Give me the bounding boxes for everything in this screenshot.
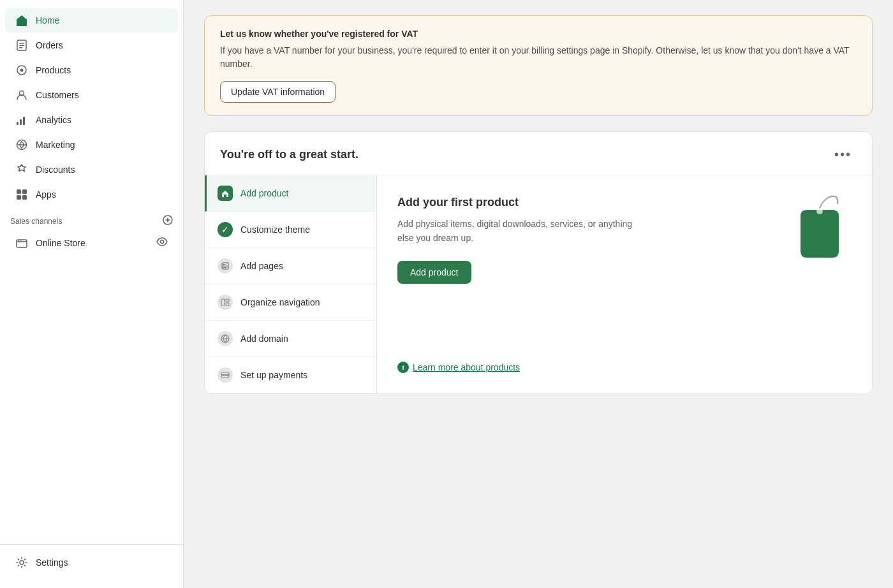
svg-point-35 <box>816 208 823 214</box>
learn-more-row: i Learn more about products <box>397 362 520 373</box>
svg-rect-0 <box>20 21 24 26</box>
sidebar-item-apps[interactable]: Apps <box>5 182 178 207</box>
add-pages-icon <box>218 258 233 274</box>
apps-icon <box>15 188 28 201</box>
svg-point-6 <box>20 69 24 72</box>
svg-rect-28 <box>221 299 225 305</box>
checklist-item-customize-theme[interactable]: ✓ Customize theme <box>205 212 376 248</box>
svg-rect-10 <box>23 117 25 125</box>
sidebar: Home Orders Products <box>0 0 184 588</box>
sidebar-item-orders-label: Orders <box>36 40 63 50</box>
svg-rect-30 <box>226 303 229 305</box>
svg-point-20 <box>18 240 19 241</box>
checklist-item-customize-theme-label: Customize theme <box>240 224 310 235</box>
marketing-icon <box>15 138 28 151</box>
customers-icon <box>15 89 28 101</box>
organize-nav-icon <box>218 295 233 310</box>
analytics-icon <box>15 114 28 126</box>
sidebar-item-discounts[interactable]: Discounts <box>5 158 178 182</box>
svg-rect-8 <box>17 122 18 125</box>
great-start-title: You're off to a great start. <box>220 148 358 161</box>
svg-rect-29 <box>226 299 229 302</box>
checklist-item-set-up-payments-label: Set up payments <box>240 370 307 380</box>
checklist-item-add-product[interactable]: Add product <box>205 175 376 212</box>
sidebar-item-home-label: Home <box>36 15 59 26</box>
online-store-label: Online Store <box>36 238 85 248</box>
products-icon <box>15 64 28 77</box>
online-store-eye-icon[interactable] <box>156 236 168 249</box>
add-domain-icon <box>218 331 233 346</box>
vat-banner: Let us know whether you've registered fo… <box>204 15 873 116</box>
sidebar-item-discounts-label: Discounts <box>36 165 75 175</box>
svg-rect-17 <box>22 195 27 200</box>
sidebar-item-marketing-label: Marketing <box>36 140 75 150</box>
checklist-item-add-domain-label: Add domain <box>240 334 288 344</box>
checklist-item-add-pages-label: Add pages <box>240 261 283 271</box>
svg-rect-2 <box>19 43 24 44</box>
main-content: Let us know whether you've registered fo… <box>184 0 893 588</box>
online-store-icon <box>15 237 28 249</box>
settings-icon <box>15 556 28 569</box>
sidebar-item-customers[interactable]: Customers <box>5 83 178 107</box>
sidebar-item-analytics[interactable]: Analytics <box>5 108 178 132</box>
svg-rect-27 <box>223 267 226 268</box>
learn-more-link[interactable]: Learn more about products <box>413 362 520 372</box>
update-vat-button[interactable]: Update VAT information <box>220 81 336 103</box>
svg-rect-34 <box>221 374 229 376</box>
svg-rect-15 <box>22 189 27 194</box>
sidebar-item-settings-label: Settings <box>36 557 68 568</box>
vat-banner-description: If you have a VAT number for your busine… <box>220 44 857 71</box>
checklist-item-add-pages[interactable]: Add pages <box>205 248 376 284</box>
svg-rect-4 <box>19 47 22 48</box>
checklist-item-organize-navigation[interactable]: Organize navigation <box>205 284 376 321</box>
info-icon: i <box>397 362 409 373</box>
svg-rect-3 <box>19 45 24 47</box>
svg-rect-26 <box>223 266 228 267</box>
sidebar-bottom: Settings <box>0 544 183 580</box>
sidebar-item-products[interactable]: Products <box>5 58 178 82</box>
checklist-item-add-domain[interactable]: Add domain <box>205 321 376 357</box>
svg-rect-14 <box>17 189 21 194</box>
sidebar-item-online-store[interactable]: Online Store <box>5 230 178 255</box>
sidebar-item-apps-label: Apps <box>36 189 56 200</box>
content-area: Add your first product Add physical item… <box>377 175 872 393</box>
sidebar-item-analytics-label: Analytics <box>36 115 71 125</box>
svg-rect-25 <box>223 264 226 265</box>
svg-rect-9 <box>20 119 22 125</box>
checklist-item-add-product-label: Add product <box>240 188 289 198</box>
sidebar-item-marketing[interactable]: Marketing <box>5 133 178 157</box>
sidebar-item-home[interactable]: Home <box>5 8 178 33</box>
customize-theme-check-icon: ✓ <box>218 222 233 237</box>
svg-point-23 <box>20 561 24 564</box>
content-description: Add physical items, digital downloads, s… <box>397 217 640 246</box>
home-icon <box>15 14 28 27</box>
svg-rect-16 <box>17 195 21 200</box>
sidebar-item-orders[interactable]: Orders <box>5 33 178 57</box>
vat-banner-title: Let us know whether you've registered fo… <box>220 29 857 39</box>
sidebar-item-settings[interactable]: Settings <box>5 550 178 575</box>
checklist-item-set-up-payments[interactable]: Set up payments <box>205 357 376 393</box>
great-start-header: You're off to a great start. ••• <box>205 132 872 175</box>
checklist-item-organize-nav-label: Organize navigation <box>240 297 320 307</box>
great-start-card: You're off to a great start. ••• Add pro… <box>204 131 873 394</box>
svg-rect-11 <box>26 115 27 125</box>
sidebar-nav: Home Orders Products <box>0 8 183 544</box>
set-up-payments-icon <box>218 367 233 383</box>
checklist: Add product ✓ Customize theme <box>205 175 377 393</box>
add-product-button[interactable]: Add product <box>397 261 471 284</box>
more-options-button[interactable]: ••• <box>829 145 857 165</box>
sidebar-item-customers-label: Customers <box>36 90 79 100</box>
orders-icon <box>15 39 28 52</box>
add-sales-channel-button[interactable] <box>163 215 173 227</box>
discounts-icon <box>15 163 28 176</box>
svg-point-21 <box>20 240 21 241</box>
svg-point-22 <box>161 240 164 244</box>
sales-channels-section: Sales channels <box>0 207 183 230</box>
sidebar-item-products-label: Products <box>36 65 71 75</box>
card-body: Add product ✓ Customize theme <box>205 175 872 393</box>
product-illustration <box>781 191 852 270</box>
add-product-icon <box>218 186 233 201</box>
